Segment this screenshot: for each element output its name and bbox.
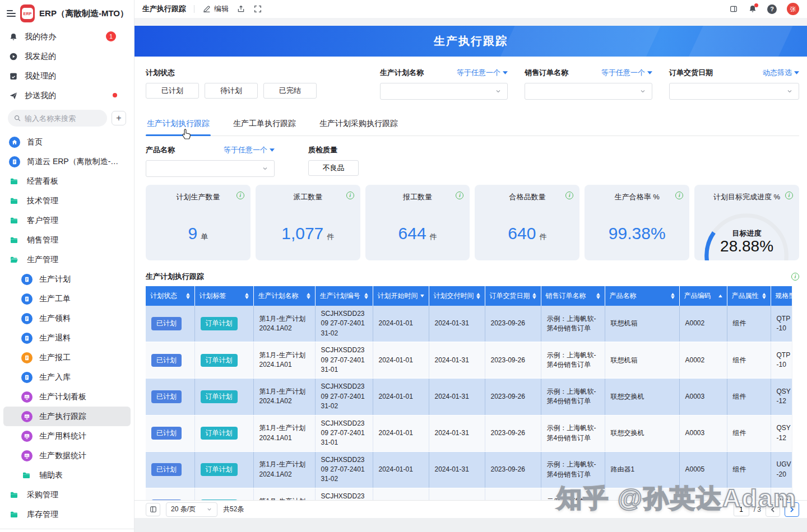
column-header-10[interactable]: 产品属性 (727, 286, 771, 306)
sidebar-menu-item-3[interactable]: 技术管理 (3, 191, 131, 211)
sidebar-menu-item-8[interactable]: 生产工单 (3, 289, 131, 309)
sidebar-menu-item-9[interactable]: 生产领料 (3, 309, 131, 328)
table-row-3[interactable]: 已计划订单计划第1月-生产计划 2024.1A01SCJHXSDD2309 27… (146, 415, 792, 451)
sidebar-menu-item-4[interactable]: 客户管理 (3, 211, 131, 230)
table-row-2[interactable]: 已计划订单计划第1月-生产计划 2024.1A02SCJHXSDD2309 27… (146, 379, 792, 415)
sidebar-menu-item-18[interactable]: 采购管理 (3, 485, 131, 505)
column-header-9[interactable]: 产品编码 (679, 286, 727, 306)
column-header-11[interactable]: 规格型号 (771, 286, 792, 306)
tag-badge[interactable]: 订单计划 (201, 354, 238, 367)
column-header-6[interactable]: 订单交货日期 (485, 286, 541, 306)
table-row-0[interactable]: 已计划订单计划第1月-生产计划 2024.1A02SCJHXSDD2309 27… (146, 306, 792, 342)
info-icon[interactable]: i (236, 192, 244, 199)
status-badge[interactable]: 已计划 (151, 390, 182, 403)
product-name-operator[interactable]: 等于任意一个 (224, 145, 275, 155)
column-header-1[interactable]: 计划标签 (194, 286, 253, 306)
column-header-4[interactable]: 计划开始时间 (373, 286, 429, 306)
column-header-0[interactable]: 计划状态 (146, 286, 194, 306)
product-name-select[interactable] (146, 160, 275, 177)
prev-page-button[interactable] (766, 502, 780, 517)
table-info-icon[interactable]: i (791, 273, 799, 281)
table-scrollbar[interactable] (792, 286, 799, 500)
table-row-5[interactable]: 已计划订单计划第1月-生产计划 2024.1A01SCJHXSDD2309 27… (146, 488, 792, 500)
search-box[interactable] (8, 110, 107, 127)
status-badge[interactable]: 已计划 (151, 317, 182, 330)
column-header-3[interactable]: 生产计划编号 (315, 286, 373, 306)
next-page-button[interactable] (785, 502, 799, 517)
table-row-4[interactable]: 已计划订单计划第1月-生产计划 2024.1A02SCJHXSDD2309 27… (146, 451, 792, 488)
delivery-date-select[interactable] (669, 83, 799, 100)
sidebar-menu-item-0[interactable]: 首页 (3, 132, 131, 152)
notifications-bell-icon[interactable] (748, 4, 757, 13)
tag-badge[interactable]: 订单计划 (201, 317, 238, 330)
sidebar-menu-item-15[interactable]: 生产用料统计 (3, 426, 131, 446)
table-row-1[interactable]: 已计划订单计划第1月-生产计划 2024.1A01SCJHXSDD2309 27… (146, 342, 792, 379)
sales-order-operator[interactable]: 等于任意一个 (601, 68, 652, 78)
table-title-row: 生产计划执行跟踪 i (146, 272, 799, 282)
tag-badge[interactable]: 订单计划 (201, 463, 238, 476)
quality-label: 质检质量 (308, 145, 337, 155)
cell: 2023-09-26 (485, 488, 541, 500)
status-badge[interactable]: 已计划 (151, 354, 182, 367)
tab-2[interactable]: 生产计划采购执行跟踪 (318, 115, 399, 136)
collapse-sidebar-icon[interactable] (7, 10, 16, 17)
status-badge[interactable]: 已计划 (151, 463, 182, 476)
sidebar-menu-item-5[interactable]: 销售管理 (3, 230, 131, 250)
sidebar-menu-item-12[interactable]: 生产入库 (3, 367, 131, 387)
sidebar-menu-item-10[interactable]: 生产退料 (3, 328, 131, 348)
search-input[interactable] (25, 114, 92, 123)
folder-open-icon (9, 255, 20, 265)
main-area: 生产执行跟踪 编辑 ? 张 生产执行跟踪 (134, 0, 807, 532)
page-size-select[interactable]: 20 条/页 (166, 502, 217, 517)
tag-badge[interactable]: 订单计划 (201, 390, 238, 403)
defective-filter-button[interactable]: 不良品 (308, 160, 359, 176)
plan-status-option-1[interactable]: 待计划 (205, 83, 258, 99)
sidebar-menu-item-7[interactable]: 生产计划 (3, 269, 131, 289)
folder-icon (9, 235, 20, 245)
delivery-date-operator[interactable]: 动态筛选 (763, 68, 799, 78)
column-header-8[interactable]: 产品名称 (605, 286, 679, 306)
sidebar-menu-item-2[interactable]: 经营看板 (3, 171, 131, 191)
info-icon[interactable]: i (456, 192, 463, 199)
column-header-5[interactable]: 计划交付时间 (429, 286, 485, 306)
sidebar-menu-item-17[interactable]: 辅助表 (3, 465, 131, 485)
column-header-7[interactable]: 销售订单名称 (541, 286, 605, 306)
plan-name-select[interactable] (380, 83, 508, 100)
sidebar-menu-item-11[interactable]: 生产报工 (3, 348, 131, 367)
panel-toggle-icon[interactable] (729, 4, 738, 13)
help-icon[interactable]: ? (767, 4, 777, 14)
info-icon[interactable]: i (675, 192, 683, 199)
sidebar-menu-item-16[interactable]: 生产数据统计 (3, 446, 131, 465)
plan-name-operator[interactable]: 等于任意一个 (457, 68, 508, 78)
sidebar-quick-item-0[interactable]: 我的待办1 (0, 27, 134, 46)
sidebar-footer[interactable]: 管理后台 (0, 529, 134, 532)
sidebar-quick-item-2[interactable]: 我处理的 (0, 66, 134, 86)
status-badge[interactable]: 已计划 (151, 427, 182, 440)
user-avatar[interactable]: 张 (787, 3, 799, 15)
export-icon[interactable] (236, 4, 245, 13)
plan-status-label: 计划状态 (146, 68, 175, 78)
column-settings-icon[interactable] (146, 503, 160, 516)
add-app-button[interactable]: + (112, 111, 126, 125)
info-icon[interactable]: i (565, 192, 573, 199)
sidebar-menu-item-1[interactable]: 简道云 ERP（离散制造-MTO）... (3, 152, 131, 171)
column-header-2[interactable]: 生产计划名称 (253, 286, 315, 306)
tab-1[interactable]: 生产工单执行跟踪 (232, 115, 297, 136)
sidebar-quick-item-3[interactable]: 抄送我的 (0, 86, 134, 105)
edit-button[interactable]: 编辑 (202, 4, 229, 14)
plan-status-option-2[interactable]: 已完结 (263, 83, 317, 99)
sidebar-menu-item-19[interactable]: 库存管理 (3, 505, 131, 524)
fullscreen-icon[interactable] (253, 4, 262, 13)
plan-status-option-0[interactable]: 已计划 (146, 83, 199, 99)
page-number-input[interactable] (734, 503, 749, 516)
sidebar-menu-item-13[interactable]: 生产计划看板 (3, 387, 131, 407)
sidebar-menu-item-6[interactable]: 生产管理 (3, 250, 131, 269)
sidebar-menu-item-14[interactable]: 生产执行跟踪 (3, 407, 131, 426)
kpi-card-3: 合格品数量i640件 (475, 185, 579, 260)
sidebar-quick-item-1[interactable]: 我发起的 (0, 46, 134, 66)
info-icon[interactable]: i (346, 192, 354, 199)
tab-0[interactable]: 生产计划执行跟踪 (146, 115, 211, 136)
kpi-label: 合格品数量 (509, 192, 545, 202)
sales-order-select[interactable] (525, 83, 652, 100)
tag-badge[interactable]: 订单计划 (201, 427, 238, 440)
